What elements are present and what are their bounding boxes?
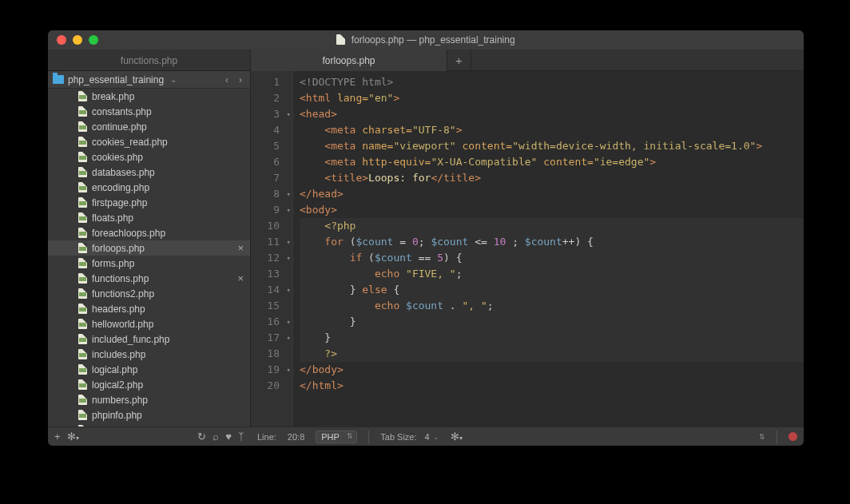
close-icon[interactable]: × [237,272,244,284]
file-name: functions2.php [92,288,154,300]
branch-icon[interactable]: ᛉ [238,431,244,442]
file-name: forms.php [92,258,134,269]
line-number[interactable]: 8 [251,186,283,202]
file-row[interactable]: continue.php [48,119,250,134]
search-icon[interactable]: ⌕ [212,431,219,442]
breadcrumb[interactable]: php_essential_training ⌄ ‹ › [48,71,250,89]
line-number[interactable]: 6 [251,154,283,170]
file-icon [78,228,87,238]
line-number[interactable]: 14 [251,282,283,298]
line-number[interactable]: 4 [251,122,283,138]
file-row[interactable]: cookies.php [48,149,250,165]
editor-tab-active[interactable]: forloops.php [251,50,447,71]
file-row[interactable]: forloops.php× [48,240,250,256]
file-row[interactable]: logical2.php [48,377,250,392]
sidebar-tab[interactable]: functions.php [48,50,251,71]
title-project: php_essential_training [419,34,514,46]
file-icon [78,288,87,299]
line-number[interactable]: 11 [251,234,283,250]
file-row[interactable]: included_func.php [48,331,250,347]
status-bar: + ✻▾ ↻ ⌕ ♥ ᛉ Line: 20:8 PHP ⇅ Tab Size: … [48,427,804,446]
file-icon [78,425,87,427]
tabsize-value[interactable]: 4 [425,432,430,442]
file-name: constants.php [92,106,152,117]
line-number[interactable]: 3 [251,106,283,122]
nav-back-button[interactable]: ‹ [222,74,232,85]
file-icon [78,273,87,284]
add-button[interactable]: + [54,431,61,442]
line-number[interactable]: 10 [251,218,283,234]
file-name: forloops.php [92,243,145,254]
close-icon[interactable]: × [237,242,244,254]
gear-icon[interactable]: ✻▾ [67,431,79,442]
line-number[interactable]: 19 [251,362,283,378]
file-row[interactable]: functions.php× [48,271,250,286]
file-row[interactable]: foreachloops.php [48,225,250,240]
editor-tab-label: forloops.php [322,55,375,66]
line-number[interactable]: 2 [251,90,283,106]
file-name: cookies.php [92,152,143,163]
file-name: helloworld.php [92,319,153,330]
file-icon [78,334,87,344]
heart-icon[interactable]: ♥ [225,431,232,442]
line-number[interactable]: 16 [251,314,283,330]
chevron-down-icon: ⌄ [170,75,177,84]
file-row[interactable]: break.php [48,89,250,104]
file-row[interactable]: includes.php [48,347,250,362]
file-icon [78,152,87,162]
syntax-select[interactable]: PHP ⇅ [316,431,357,443]
line-number[interactable]: 1 [251,74,283,90]
file-icon [78,304,87,314]
file-row[interactable]: logical.php [48,362,250,377]
line-number[interactable]: 15 [251,298,283,314]
line-number[interactable]: 5 [251,138,283,154]
line-number[interactable]: 7 [251,170,283,186]
zoom-window-button[interactable] [89,35,98,45]
record-indicator[interactable] [788,432,797,441]
file-row[interactable]: functions2.php [48,286,250,301]
line-number[interactable]: 9 [251,202,283,218]
file-row[interactable]: headers.php [48,301,250,316]
file-row[interactable]: cookies_read.php [48,134,250,149]
file-row[interactable]: constants.php [48,104,250,119]
file-row[interactable]: numbers.php [48,392,250,407]
file-row[interactable]: encoding.php [48,180,250,195]
file-icon [78,349,87,359]
editor-pane: 1234567891011121314151617181920 <!DOCTYP… [251,71,804,427]
file-list[interactable]: break.phpconstants.phpcontinue.phpcookie… [48,89,250,427]
updown-icon: ⇅ [347,432,353,440]
new-tab-button[interactable]: + [447,50,471,71]
close-window-button[interactable] [57,35,66,45]
file-row[interactable]: pointers.php [48,423,250,427]
file-icon [78,212,87,223]
file-name: includes.php [92,349,145,360]
code-content[interactable]: <!DOCTYPE html><html lang="en"><head> <m… [293,71,804,427]
line-number[interactable]: 13 [251,266,283,282]
file-icon [78,243,87,253]
tabsize-label: Tab Size: [380,432,416,442]
file-row[interactable]: phpinfo.php [48,407,250,423]
line-number[interactable]: 20 [251,378,283,394]
minimize-window-button[interactable] [73,35,82,45]
syntax-value: PHP [321,432,340,442]
file-row[interactable]: forms.php [48,256,250,271]
refresh-icon[interactable]: ↻ [197,431,206,442]
line-number[interactable]: 12 [251,250,283,266]
file-icon [78,364,87,375]
file-row[interactable]: floats.php [48,210,250,225]
nav-forward-button[interactable]: › [236,74,245,85]
gutter[interactable]: 1234567891011121314151617181920 [251,71,283,427]
updown-icon[interactable]: ⇅ [759,433,765,441]
file-icon [78,91,87,101]
file-row[interactable]: firstpage.php [48,195,250,210]
divider [368,431,369,443]
line-number[interactable]: 17 [251,330,283,346]
file-row[interactable]: helloworld.php [48,316,250,331]
settings-icon[interactable]: ✻▾ [451,431,463,442]
file-name: numbers.php [92,395,148,406]
chevron-down-icon[interactable]: ⌄ [433,433,439,441]
file-row[interactable]: databases.php [48,165,250,180]
code-area[interactable]: 1234567891011121314151617181920 <!DOCTYP… [251,71,804,427]
line-number[interactable]: 18 [251,346,283,362]
titlebar: forloops.php — php_essential_training [48,30,804,50]
